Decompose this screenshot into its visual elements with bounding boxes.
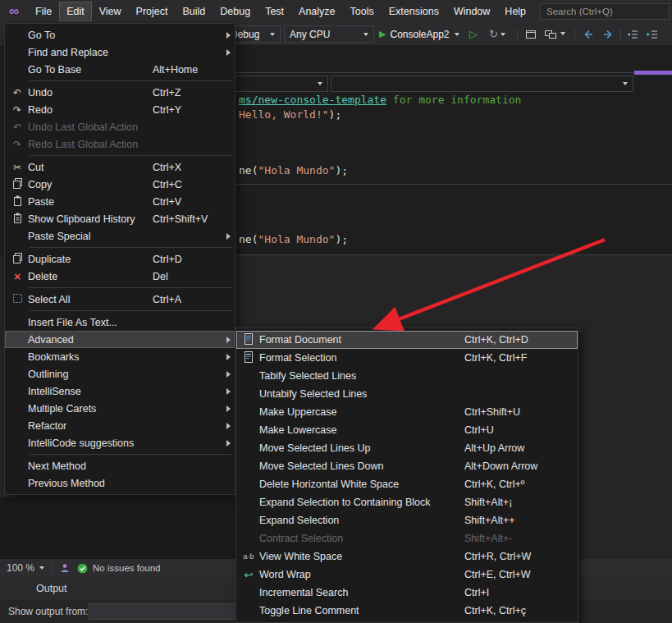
toolbar-separator bbox=[620, 29, 621, 40]
submenu-item-untabify-selected-lines[interactable]: Untabify Selected Lines bbox=[236, 385, 578, 403]
menu-item-select-all[interactable]: Select AllCtrl+A bbox=[5, 291, 235, 308]
submenu-item-view-white-space[interactable]: a·bView White SpaceCtrl+R, Ctrl+W bbox=[236, 547, 578, 566]
menu-build[interactable]: Build bbox=[175, 2, 213, 21]
menu-item-insert-file-as-text[interactable]: Insert File As Text... bbox=[5, 314, 235, 331]
submenu-item-expand-selection[interactable]: Expand SelectionShift+Alt++ bbox=[236, 511, 578, 529]
copy-icon bbox=[7, 178, 28, 190]
navigation-member-dropdown[interactable] bbox=[331, 76, 633, 92]
menu-item-redo[interactable]: ↷RedoCtrl+Y bbox=[5, 101, 235, 118]
code-line-hola-mundo-2: ne("Hola Mundo"); bbox=[239, 233, 348, 245]
search-input[interactable] bbox=[540, 3, 670, 20]
submenu-item-make-lowercase[interactable]: Make LowercaseCtrl+U bbox=[236, 421, 578, 439]
issues-status-label: No issues found bbox=[93, 563, 160, 573]
chevron-down-icon[interactable] bbox=[560, 32, 565, 35]
play-icon: ▶ bbox=[379, 29, 386, 39]
menu-item-outlining[interactable]: Outlining bbox=[5, 365, 235, 383]
menu-separator bbox=[30, 287, 232, 288]
increase-indent-icon[interactable] bbox=[645, 27, 660, 41]
delete-x-icon: × bbox=[7, 271, 28, 282]
submenu-item-toggle-line-comment[interactable]: Toggle Line CommentCtrl+K, Ctrl+ç bbox=[236, 602, 578, 620]
navigate-backward-icon[interactable] bbox=[581, 27, 596, 41]
submenu-arrow-icon bbox=[222, 388, 235, 395]
person-status-icon[interactable] bbox=[60, 563, 70, 573]
submenu-arrow-icon bbox=[222, 49, 235, 56]
advanced-submenu: Format DocumentCtrl+K, Ctrl+D Format Sel… bbox=[235, 328, 578, 623]
chevron-down-icon bbox=[270, 33, 275, 36]
menu-item-refactor[interactable]: Refactor bbox=[5, 417, 235, 434]
menu-item-cut[interactable]: ✂CutCtrl+X bbox=[5, 158, 235, 176]
menu-separator bbox=[30, 247, 232, 248]
editor-split-divider[interactable] bbox=[235, 184, 672, 185]
decrease-indent-icon[interactable] bbox=[625, 27, 640, 41]
submenu-item-word-wrap[interactable]: ↩Word WrapCtrl+E, Ctrl+W bbox=[236, 566, 578, 584]
menu-item-previous-method[interactable]: Previous Method bbox=[5, 474, 235, 492]
undo-icon: ↶ bbox=[7, 88, 28, 98]
solution-platform-dropdown[interactable]: Any CPU bbox=[284, 25, 374, 43]
submenu-item-format-selection[interactable]: Format SelectionCtrl+K, Ctrl+F bbox=[236, 349, 578, 367]
menu-item-multiple-carets[interactable]: Multiple Carets bbox=[5, 400, 235, 417]
menu-test[interactable]: Test bbox=[258, 2, 291, 21]
code-line-comment: ms/new-console-template for more informa… bbox=[239, 94, 521, 106]
menu-edit[interactable]: Edit bbox=[59, 2, 92, 21]
window-icon[interactable] bbox=[523, 27, 538, 41]
menu-item-intellicode-suggestions[interactable]: IntelliCode suggestions bbox=[5, 434, 235, 451]
menu-project[interactable]: Project bbox=[129, 2, 176, 21]
menu-item-undo-last-global-action: ↶Undo Last Global Action bbox=[5, 118, 235, 135]
submenu-item-tabify-selected-lines[interactable]: Tabify Selected Lines bbox=[236, 367, 578, 385]
submenu-arrow-icon bbox=[222, 371, 235, 378]
submenu-item-incremental-search[interactable]: Incremental SearchCtrl+I bbox=[236, 584, 578, 602]
menu-separator bbox=[30, 310, 232, 311]
clipboard-history-icon bbox=[7, 213, 28, 225]
menu-item-find-and-replace[interactable]: Find and Replace bbox=[5, 44, 235, 61]
submenu-item-format-document[interactable]: Format DocumentCtrl+K, Ctrl+D bbox=[236, 331, 578, 349]
submenu-item-move-selected-lines-down[interactable]: Move Selected Lines DownAlt+Down Arrow bbox=[236, 457, 578, 475]
cut-icon: ✂ bbox=[7, 163, 28, 172]
menu-window[interactable]: Window bbox=[446, 2, 497, 21]
menu-item-bookmarks[interactable]: Bookmarks bbox=[5, 348, 235, 365]
menu-extensions[interactable]: Extensions bbox=[382, 2, 446, 21]
no-issues-check-icon[interactable] bbox=[77, 563, 88, 574]
menu-item-next-method[interactable]: Next Method bbox=[5, 457, 235, 474]
submenu-arrow-icon bbox=[222, 354, 235, 360]
menu-item-delete[interactable]: ×DeleteDel bbox=[5, 268, 235, 285]
submenu-item-move-selected-lines-up[interactable]: Move Selected Lines UpAlt+Up Arrow bbox=[236, 439, 578, 457]
separator bbox=[52, 562, 53, 574]
start-without-debugging-button[interactable]: ▷ bbox=[469, 25, 478, 43]
output-panel-title: Output bbox=[36, 583, 67, 594]
menu-item-copy[interactable]: CopyCtrl+C bbox=[5, 176, 235, 193]
menu-item-go-to[interactable]: Go To bbox=[5, 26, 235, 44]
chevron-down-icon bbox=[501, 33, 505, 36]
menu-tools[interactable]: Tools bbox=[343, 2, 382, 21]
navigate-forward-icon[interactable] bbox=[601, 27, 615, 41]
submenu-arrow-icon bbox=[222, 337, 235, 343]
menu-file[interactable]: File bbox=[28, 2, 59, 21]
code-line-hello-world: Hello, World!"); bbox=[239, 108, 341, 121]
menu-item-go-to-base[interactable]: Go To BaseAlt+Home bbox=[5, 61, 235, 78]
word-wrap-icon: ↩ bbox=[238, 570, 259, 580]
submenu-item-expand-selection-to-containing-block[interactable]: Expand Selection to Containing BlockShif… bbox=[236, 493, 578, 511]
submenu-item-delete-horizontal-white-space[interactable]: Delete Horizontal White SpaceCtrl+K, Ctr… bbox=[236, 475, 578, 493]
menu-item-paste-special[interactable]: Paste Special bbox=[5, 227, 235, 245]
menu-item-intellisense[interactable]: IntelliSense bbox=[5, 383, 235, 400]
chevron-down-icon[interactable] bbox=[39, 566, 44, 570]
show-output-from-dropdown[interactable] bbox=[89, 603, 240, 620]
visual-studio-logo-icon: ∞ bbox=[0, 0, 28, 23]
show-output-from-label: Show output from: bbox=[8, 606, 88, 617]
menu-item-show-clipboard-history[interactable]: Show Clipboard HistoryCtrl+Shift+V bbox=[5, 210, 235, 227]
zoom-selector[interactable]: 100 % bbox=[7, 562, 34, 574]
menu-bar: ∞ File Edit View Project Build Debug Tes… bbox=[0, 0, 672, 23]
editor-empty-area bbox=[0, 497, 238, 559]
menu-debug[interactable]: Debug bbox=[213, 2, 258, 21]
menu-item-paste[interactable]: PasteCtrl+V bbox=[5, 193, 235, 210]
menu-item-undo[interactable]: ↶UndoCtrl+Z bbox=[5, 84, 235, 101]
hot-reload-button[interactable]: ↻ bbox=[489, 25, 505, 43]
menu-help[interactable]: Help bbox=[497, 2, 533, 21]
menu-item-duplicate[interactable]: DuplicateCtrl+D bbox=[5, 250, 235, 268]
submenu-item-make-uppercase[interactable]: Make UppercaseCtrl+Shift+U bbox=[236, 403, 578, 421]
dual-monitor-icon[interactable] bbox=[543, 27, 558, 41]
redo-icon: ↷ bbox=[7, 140, 28, 149]
menu-analyze[interactable]: Analyze bbox=[291, 2, 342, 21]
menu-item-advanced[interactable]: Advanced bbox=[5, 331, 235, 348]
menu-view[interactable]: View bbox=[92, 2, 129, 21]
start-debugging-button[interactable]: ▶ ConsoleApp2 bbox=[379, 25, 459, 43]
